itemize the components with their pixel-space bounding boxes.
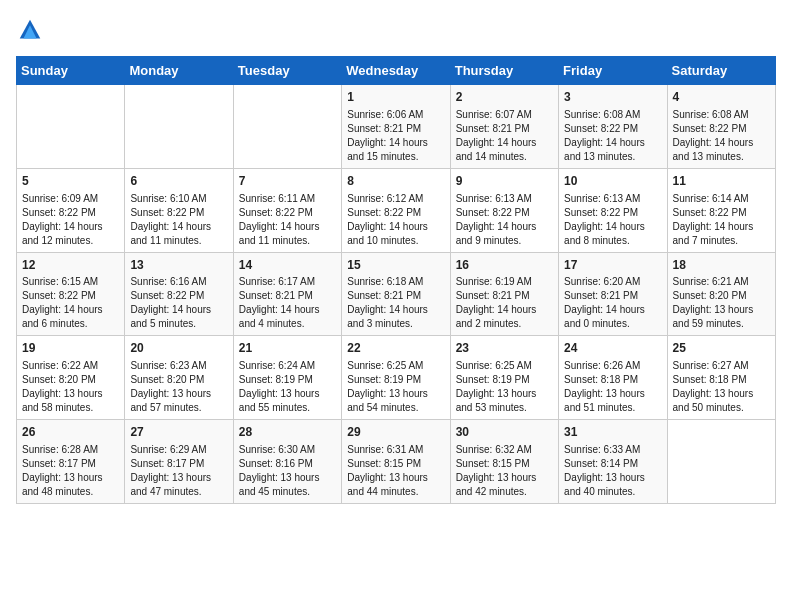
calendar-cell: 23Sunrise: 6:25 AM Sunset: 8:19 PM Dayli…	[450, 336, 558, 420]
day-number: 29	[347, 424, 444, 441]
day-info: Sunrise: 6:33 AM Sunset: 8:14 PM Dayligh…	[564, 443, 661, 499]
day-info: Sunrise: 6:21 AM Sunset: 8:20 PM Dayligh…	[673, 275, 770, 331]
calendar-cell: 9Sunrise: 6:13 AM Sunset: 8:22 PM Daylig…	[450, 168, 558, 252]
day-info: Sunrise: 6:12 AM Sunset: 8:22 PM Dayligh…	[347, 192, 444, 248]
calendar-cell: 19Sunrise: 6:22 AM Sunset: 8:20 PM Dayli…	[17, 336, 125, 420]
day-number: 30	[456, 424, 553, 441]
day-number: 15	[347, 257, 444, 274]
day-info: Sunrise: 6:25 AM Sunset: 8:19 PM Dayligh…	[456, 359, 553, 415]
day-info: Sunrise: 6:22 AM Sunset: 8:20 PM Dayligh…	[22, 359, 119, 415]
day-info: Sunrise: 6:09 AM Sunset: 8:22 PM Dayligh…	[22, 192, 119, 248]
day-number: 31	[564, 424, 661, 441]
calendar-cell	[233, 85, 341, 169]
weekday-header-sunday: Sunday	[17, 57, 125, 85]
day-info: Sunrise: 6:15 AM Sunset: 8:22 PM Dayligh…	[22, 275, 119, 331]
day-info: Sunrise: 6:19 AM Sunset: 8:21 PM Dayligh…	[456, 275, 553, 331]
day-info: Sunrise: 6:10 AM Sunset: 8:22 PM Dayligh…	[130, 192, 227, 248]
day-number: 12	[22, 257, 119, 274]
weekday-header-wednesday: Wednesday	[342, 57, 450, 85]
calendar-cell: 12Sunrise: 6:15 AM Sunset: 8:22 PM Dayli…	[17, 252, 125, 336]
calendar-cell: 11Sunrise: 6:14 AM Sunset: 8:22 PM Dayli…	[667, 168, 775, 252]
calendar-cell: 25Sunrise: 6:27 AM Sunset: 8:18 PM Dayli…	[667, 336, 775, 420]
calendar-cell: 6Sunrise: 6:10 AM Sunset: 8:22 PM Daylig…	[125, 168, 233, 252]
day-number: 27	[130, 424, 227, 441]
day-info: Sunrise: 6:08 AM Sunset: 8:22 PM Dayligh…	[564, 108, 661, 164]
day-number: 24	[564, 340, 661, 357]
calendar-cell: 20Sunrise: 6:23 AM Sunset: 8:20 PM Dayli…	[125, 336, 233, 420]
day-info: Sunrise: 6:13 AM Sunset: 8:22 PM Dayligh…	[564, 192, 661, 248]
week-row-1: 5Sunrise: 6:09 AM Sunset: 8:22 PM Daylig…	[17, 168, 776, 252]
day-number: 21	[239, 340, 336, 357]
day-info: Sunrise: 6:27 AM Sunset: 8:18 PM Dayligh…	[673, 359, 770, 415]
calendar-cell: 18Sunrise: 6:21 AM Sunset: 8:20 PM Dayli…	[667, 252, 775, 336]
calendar-cell	[125, 85, 233, 169]
day-info: Sunrise: 6:32 AM Sunset: 8:15 PM Dayligh…	[456, 443, 553, 499]
day-number: 16	[456, 257, 553, 274]
day-info: Sunrise: 6:06 AM Sunset: 8:21 PM Dayligh…	[347, 108, 444, 164]
day-number: 2	[456, 89, 553, 106]
weekday-header-monday: Monday	[125, 57, 233, 85]
calendar-cell: 29Sunrise: 6:31 AM Sunset: 8:15 PM Dayli…	[342, 420, 450, 504]
day-number: 5	[22, 173, 119, 190]
day-info: Sunrise: 6:25 AM Sunset: 8:19 PM Dayligh…	[347, 359, 444, 415]
calendar-cell: 14Sunrise: 6:17 AM Sunset: 8:21 PM Dayli…	[233, 252, 341, 336]
weekday-header-friday: Friday	[559, 57, 667, 85]
calendar-cell	[17, 85, 125, 169]
day-number: 19	[22, 340, 119, 357]
week-row-2: 12Sunrise: 6:15 AM Sunset: 8:22 PM Dayli…	[17, 252, 776, 336]
calendar-cell: 24Sunrise: 6:26 AM Sunset: 8:18 PM Dayli…	[559, 336, 667, 420]
day-number: 13	[130, 257, 227, 274]
logo-icon	[16, 16, 44, 44]
day-info: Sunrise: 6:07 AM Sunset: 8:21 PM Dayligh…	[456, 108, 553, 164]
calendar-cell: 26Sunrise: 6:28 AM Sunset: 8:17 PM Dayli…	[17, 420, 125, 504]
page-header	[16, 16, 776, 44]
day-number: 6	[130, 173, 227, 190]
calendar-table: SundayMondayTuesdayWednesdayThursdayFrid…	[16, 56, 776, 504]
day-number: 8	[347, 173, 444, 190]
day-info: Sunrise: 6:14 AM Sunset: 8:22 PM Dayligh…	[673, 192, 770, 248]
weekday-header-thursday: Thursday	[450, 57, 558, 85]
weekday-header-saturday: Saturday	[667, 57, 775, 85]
calendar-cell: 16Sunrise: 6:19 AM Sunset: 8:21 PM Dayli…	[450, 252, 558, 336]
day-info: Sunrise: 6:26 AM Sunset: 8:18 PM Dayligh…	[564, 359, 661, 415]
day-number: 17	[564, 257, 661, 274]
calendar-cell: 21Sunrise: 6:24 AM Sunset: 8:19 PM Dayli…	[233, 336, 341, 420]
calendar-cell: 8Sunrise: 6:12 AM Sunset: 8:22 PM Daylig…	[342, 168, 450, 252]
day-info: Sunrise: 6:17 AM Sunset: 8:21 PM Dayligh…	[239, 275, 336, 331]
day-number: 23	[456, 340, 553, 357]
calendar-cell: 17Sunrise: 6:20 AM Sunset: 8:21 PM Dayli…	[559, 252, 667, 336]
day-number: 14	[239, 257, 336, 274]
day-number: 18	[673, 257, 770, 274]
calendar-cell: 13Sunrise: 6:16 AM Sunset: 8:22 PM Dayli…	[125, 252, 233, 336]
logo	[16, 16, 46, 44]
calendar-cell: 27Sunrise: 6:29 AM Sunset: 8:17 PM Dayli…	[125, 420, 233, 504]
day-number: 10	[564, 173, 661, 190]
calendar-cell: 28Sunrise: 6:30 AM Sunset: 8:16 PM Dayli…	[233, 420, 341, 504]
day-number: 11	[673, 173, 770, 190]
day-info: Sunrise: 6:18 AM Sunset: 8:21 PM Dayligh…	[347, 275, 444, 331]
calendar-cell: 7Sunrise: 6:11 AM Sunset: 8:22 PM Daylig…	[233, 168, 341, 252]
day-number: 25	[673, 340, 770, 357]
weekday-header-tuesday: Tuesday	[233, 57, 341, 85]
day-number: 7	[239, 173, 336, 190]
calendar-cell: 10Sunrise: 6:13 AM Sunset: 8:22 PM Dayli…	[559, 168, 667, 252]
calendar-cell: 30Sunrise: 6:32 AM Sunset: 8:15 PM Dayli…	[450, 420, 558, 504]
calendar-cell: 3Sunrise: 6:08 AM Sunset: 8:22 PM Daylig…	[559, 85, 667, 169]
calendar-cell: 5Sunrise: 6:09 AM Sunset: 8:22 PM Daylig…	[17, 168, 125, 252]
day-info: Sunrise: 6:16 AM Sunset: 8:22 PM Dayligh…	[130, 275, 227, 331]
day-info: Sunrise: 6:29 AM Sunset: 8:17 PM Dayligh…	[130, 443, 227, 499]
day-number: 3	[564, 89, 661, 106]
day-number: 9	[456, 173, 553, 190]
day-info: Sunrise: 6:13 AM Sunset: 8:22 PM Dayligh…	[456, 192, 553, 248]
day-number: 20	[130, 340, 227, 357]
day-info: Sunrise: 6:08 AM Sunset: 8:22 PM Dayligh…	[673, 108, 770, 164]
week-row-4: 26Sunrise: 6:28 AM Sunset: 8:17 PM Dayli…	[17, 420, 776, 504]
day-number: 28	[239, 424, 336, 441]
calendar-cell: 31Sunrise: 6:33 AM Sunset: 8:14 PM Dayli…	[559, 420, 667, 504]
day-info: Sunrise: 6:31 AM Sunset: 8:15 PM Dayligh…	[347, 443, 444, 499]
day-number: 4	[673, 89, 770, 106]
calendar-cell: 1Sunrise: 6:06 AM Sunset: 8:21 PM Daylig…	[342, 85, 450, 169]
calendar-cell	[667, 420, 775, 504]
day-info: Sunrise: 6:24 AM Sunset: 8:19 PM Dayligh…	[239, 359, 336, 415]
day-info: Sunrise: 6:30 AM Sunset: 8:16 PM Dayligh…	[239, 443, 336, 499]
